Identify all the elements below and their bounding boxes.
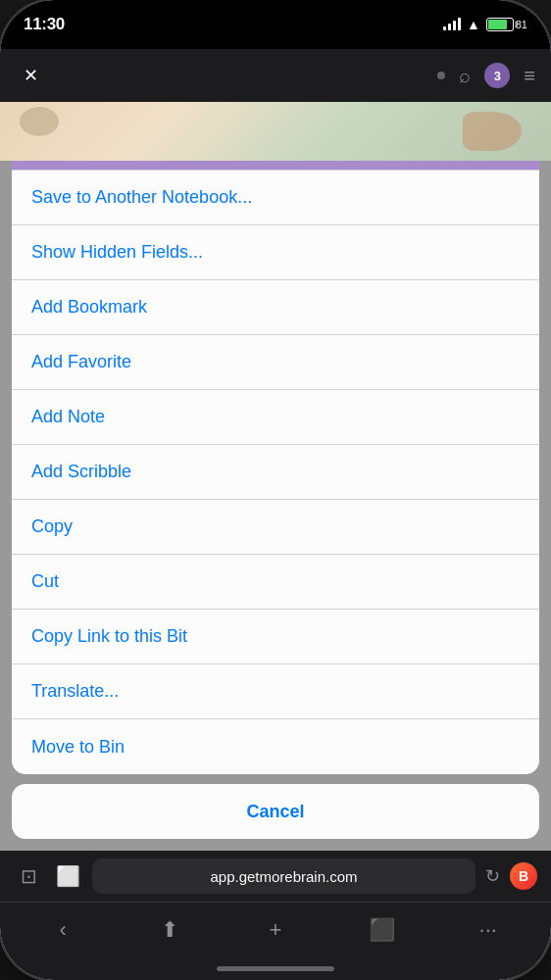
status-time: 11:30 [24,15,65,34]
cancel-button[interactable]: Cancel [12,784,539,839]
status-icons: ▲ 81 [443,17,527,32]
search-icon[interactable]: ⌕ [459,65,471,87]
menu-item-copy[interactable]: Copy [12,500,539,555]
notification-badge[interactable]: 3 [484,63,510,88]
menu-item-add-bookmark[interactable]: Add Bookmark [12,280,539,335]
url-bar[interactable]: app.getmorebrain.com [92,858,476,894]
status-bar: 11:30 ▲ 81 [0,0,551,49]
reload-icon[interactable]: ↻ [485,865,500,887]
browser-bar: ⊡ ⬜ app.getmorebrain.com ↻ B [0,851,551,902]
page-icon[interactable]: ⬜ [53,864,82,888]
dot-indicator [437,72,445,79]
menu-item-send[interactable]: Send... [12,161,539,171]
menu-item-move-bin[interactable]: Move to Bin [12,719,539,774]
thumbnail-area [0,102,551,161]
menu-item-show-hidden[interactable]: Show Hidden Fields... [12,225,539,280]
add-tab-button[interactable]: + [251,917,300,943]
menu-icon[interactable]: ≡ [524,65,535,87]
main-content: and manage all the information that she … [0,161,551,851]
back-button[interactable]: ‹ [38,917,87,943]
battery-icon: 81 [486,18,527,31]
cancel-label: Cancel [246,802,304,822]
action-sheet-menu: Add to Basket Send... Save to Another No… [12,161,539,774]
home-bar [217,966,334,971]
more-button[interactable]: ··· [464,917,513,943]
bookmark-icon[interactable]: ⊡ [14,864,43,888]
action-sheet: Add to Basket Send... Save to Another No… [0,161,551,851]
modal-overlay: Add to Basket Send... Save to Another No… [0,161,551,851]
screen: 11:30 ▲ 81 ✕ [0,0,551,980]
brave-icon[interactable]: B [510,862,537,890]
menu-item-add-scribble[interactable]: Add Scribble [12,445,539,500]
menu-item-save-notebook[interactable]: Save to Another Notebook... [12,171,539,225]
app-header: ✕ ⌕ 3 ≡ [0,49,551,102]
menu-item-add-note[interactable]: Add Note [12,390,539,445]
home-indicator [0,956,551,980]
wifi-icon: ▲ [467,17,480,32]
bottom-nav: ‹ ⬆ + ⬛ ··· [0,902,551,956]
menu-item-translate[interactable]: Translate... [12,664,539,719]
tabs-button[interactable]: ⬛ [357,917,406,943]
menu-item-add-favorite[interactable]: Add Favorite [12,335,539,390]
signal-bars-icon [443,19,461,30]
share-button[interactable]: ⬆ [145,917,194,943]
url-text: app.getmorebrain.com [210,868,357,885]
menu-item-cut[interactable]: Cut [12,555,539,610]
menu-item-copy-link[interactable]: Copy Link to this Bit [12,610,539,664]
close-button[interactable]: ✕ [16,61,45,90]
phone-frame: 11:30 ▲ 81 ✕ [0,0,551,980]
